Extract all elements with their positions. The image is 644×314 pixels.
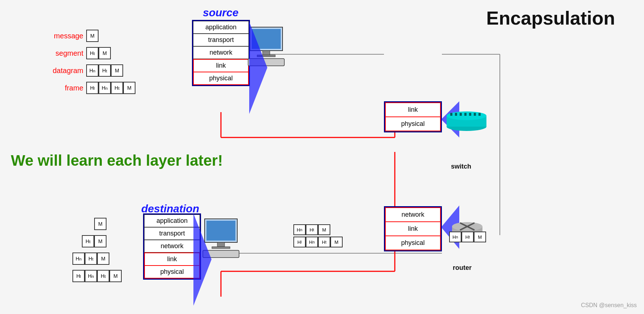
- page-title: Encapsulation: [486, 7, 615, 29]
- dest-physical-layer: physical: [144, 266, 200, 279]
- router-osi-stack: network link physical: [384, 206, 442, 251]
- svg-rect-32: [474, 113, 476, 116]
- svg-rect-29: [460, 113, 462, 116]
- datagram-box-hn: Hn: [86, 64, 99, 77]
- router-top-packets: Hn Ht M Hl Hn Ht M: [293, 224, 343, 247]
- dest-row-3: Hn Ht M: [72, 252, 122, 266]
- dest-row-1: M: [72, 217, 122, 231]
- right-pkt-ht: Ht: [461, 232, 474, 242]
- switch-device-icon: [445, 105, 488, 134]
- datagram-row: datagram Hn Ht M: [47, 64, 135, 77]
- source-network-layer: network: [193, 46, 249, 59]
- dest-box-m1: M: [94, 218, 106, 230]
- svg-rect-21: [212, 247, 230, 249]
- datagram-box-ht: Ht: [99, 64, 111, 77]
- pkt-hn: Hn: [293, 224, 306, 235]
- frame-box-ht: Ht: [111, 82, 123, 94]
- switch-label: switch: [451, 163, 471, 170]
- watermark: CSDN @sensen_kiss: [581, 302, 637, 309]
- router-link-layer: link: [385, 222, 441, 236]
- switch-link-layer: link: [385, 102, 441, 117]
- source-transport-layer: transport: [193, 34, 249, 46]
- dest-application-layer: application: [144, 215, 200, 227]
- svg-rect-33: [478, 113, 481, 116]
- svg-marker-41: [193, 213, 212, 306]
- router-physical-layer: physical: [385, 236, 441, 250]
- svg-rect-27: [450, 113, 452, 116]
- dest-data-labels: M Ht M Hn Ht M Hl Hn Ht M: [72, 217, 122, 287]
- segment-box-m: M: [99, 47, 111, 59]
- source-physical-layer: physical: [193, 72, 249, 85]
- frame-label: frame: [47, 84, 83, 92]
- dest-box-m2: M: [94, 235, 106, 247]
- learn-text: We will learn each layer later!: [11, 152, 223, 169]
- message-box-m: M: [86, 30, 99, 42]
- switch-osi-stack: link physical: [384, 101, 442, 132]
- dest-row-4: Hl Hn Ht M: [72, 269, 122, 283]
- pkt-hl: Hl: [293, 237, 306, 247]
- message-row: message M: [47, 29, 135, 43]
- dest-box-ht2: Ht: [85, 253, 97, 265]
- right-router-packets: Hn Ht M: [449, 232, 486, 242]
- dest-transport-layer: transport: [144, 227, 200, 240]
- dest-box-m4: M: [109, 270, 122, 282]
- router-packet-row-1: Hn Ht M: [293, 224, 343, 235]
- right-pkt-hn: Hn: [449, 232, 461, 242]
- segment-box-ht: Ht: [86, 47, 99, 59]
- pkt-ht: Ht: [306, 224, 318, 235]
- dest-box-ht3: Ht: [97, 270, 109, 282]
- segment-row: segment Ht M: [47, 46, 135, 60]
- frame-box-m: M: [123, 82, 135, 94]
- dest-link-layer: link: [144, 253, 200, 266]
- pkt-hn2: Hn: [306, 237, 318, 247]
- segment-label: segment: [47, 49, 83, 58]
- frame-box-hn: Hn: [99, 82, 111, 94]
- dest-box-hl: Hl: [72, 270, 85, 282]
- datagram-label: datagram: [47, 67, 83, 75]
- dest-row-2: Ht M: [72, 234, 122, 248]
- svg-rect-31: [469, 113, 471, 116]
- message-label: message: [47, 32, 83, 40]
- pkt-ht2: Ht: [318, 237, 330, 247]
- frame-box-hl: Hl: [86, 82, 99, 94]
- destination-osi-stack: application transport network link physi…: [143, 213, 201, 280]
- router-network-layer: network: [385, 207, 441, 222]
- switch-physical-layer: physical: [385, 117, 441, 131]
- dest-box-m3: M: [97, 253, 109, 265]
- svg-rect-30: [464, 113, 467, 116]
- frame-row: frame Hl Hn Ht M: [47, 81, 135, 95]
- dest-network-layer: network: [144, 240, 200, 253]
- svg-rect-20: [217, 242, 225, 247]
- right-pkt-m: M: [474, 232, 486, 242]
- source-osi-stack: application transport network link physi…: [192, 20, 250, 86]
- pkt-m2: M: [330, 237, 343, 247]
- pkt-m: M: [318, 224, 330, 235]
- svg-marker-40: [249, 22, 267, 114]
- dest-box-hn2: Hn: [85, 270, 97, 282]
- svg-rect-28: [455, 113, 457, 116]
- dest-box-hn: Hn: [72, 253, 85, 265]
- data-labels-section: message M segment Ht M datagram Hn Ht M …: [47, 29, 135, 98]
- source-application-layer: application: [193, 21, 249, 34]
- destination-label: destination: [141, 203, 199, 215]
- source-blue-triangle: [249, 22, 267, 114]
- router-packet-row-2: Hl Hn Ht M: [293, 237, 343, 247]
- dest-blue-triangle: [193, 213, 212, 306]
- datagram-box-m: M: [111, 64, 123, 77]
- source-label: source: [203, 7, 238, 19]
- router-label: router: [453, 264, 472, 272]
- dest-box-ht: Ht: [82, 235, 94, 247]
- source-link-layer: link: [193, 59, 249, 72]
